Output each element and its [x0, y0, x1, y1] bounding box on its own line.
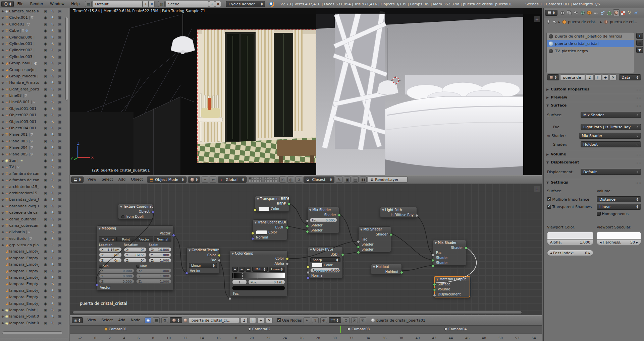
mapping-min-field[interactable]: Y:0.000 — [99, 274, 134, 278]
expand-icon[interactable]: ⊕ — [1, 309, 4, 312]
visibility-eye-icon[interactable]: ◉ — [44, 79, 47, 86]
render-camera-icon[interactable]: ▣ — [58, 203, 61, 209]
render-camera-icon[interactable]: ▣ — [58, 27, 61, 34]
expand-icon[interactable]: ⊕ — [1, 100, 4, 104]
new-material-button[interactable]: + — [602, 74, 609, 80]
volume-sampling-select[interactable]: Distance▲▼ — [597, 196, 641, 202]
expand-icon[interactable]: ⊕ — [1, 153, 4, 156]
node-texture-coordinate[interactable]: ▼Texture Coordinate Object From Dupli — [118, 204, 153, 219]
outliner-row[interactable]: ⊕Camera_mesa re| ◉ ↖ ▣ — [0, 8, 69, 14]
selectability-cursor-icon[interactable]: ↖ — [51, 216, 54, 222]
outliner-row[interactable]: ⊕grp_vista en plant| ◉ ↖ ▣ — [0, 242, 69, 248]
mapping-location-field[interactable]: Y:0m — [99, 253, 122, 257]
layers-grid-2[interactable] — [264, 177, 277, 182]
visibility-eye-icon[interactable]: ◉ — [44, 229, 47, 235]
selectability-cursor-icon[interactable]: ↖ — [51, 47, 54, 53]
selectability-cursor-icon[interactable]: ↖ — [51, 14, 54, 21]
expand-icon[interactable]: ⊕ — [1, 16, 4, 19]
selectability-cursor-icon[interactable]: ↖ — [51, 79, 54, 86]
alpha-slider[interactable]: Alpha:1.000 — [547, 239, 593, 245]
visibility-eye-icon[interactable]: ◉ — [44, 131, 47, 138]
visibility-eye-icon[interactable]: ◉ — [44, 287, 47, 294]
render-camera-icon[interactable]: ▣ — [58, 21, 61, 27]
opengl-render-icon[interactable]: ▣ — [344, 177, 351, 183]
outliner-row[interactable]: ⊕Cylinder.000| ◉ ↖ ▣ — [0, 34, 69, 41]
visibility-eye-icon[interactable]: ◉ — [44, 190, 47, 196]
expand-icon[interactable]: ⊕ — [1, 120, 4, 124]
selectability-cursor-icon[interactable]: ↖ — [51, 67, 54, 73]
render-camera-icon[interactable]: ▣ — [58, 8, 61, 14]
expand-icon[interactable]: ⊕ — [1, 94, 4, 97]
editor-type-button[interactable]: ⓘ▲▼ — [1, 1, 14, 7]
outliner-vertical-scrollbar[interactable] — [65, 17, 68, 100]
new-material-button[interactable]: + — [258, 317, 264, 323]
outliner-row[interactable]: ⊕Object004.001| ◉ ↖ ▣ — [0, 125, 69, 131]
expand-icon[interactable]: ⊕ — [1, 237, 4, 241]
selectability-cursor-icon[interactable]: ↖ — [51, 235, 54, 242]
node-editor[interactable]: ▼Texture Coordinate Object From Dupli ▼M… — [70, 184, 542, 315]
proportional-edit-icon[interactable]: ◎ — [287, 177, 294, 183]
mode-select[interactable]: ⬒Object Mode▲▼ — [147, 177, 186, 183]
expand-icon[interactable]: ⊕ — [1, 23, 4, 26]
remove-slot-button[interactable]: − — [636, 40, 643, 46]
shader-nodes-toggle[interactable]: ◉ — [145, 317, 151, 323]
transparent-shadows-checkbox[interactable] — [547, 205, 551, 209]
mapping-tab[interactable]: Vector — [136, 236, 153, 242]
render-camera-icon[interactable]: ▣ — [58, 209, 61, 216]
glossy-distribution-select[interactable]: Sharp▲▼ — [310, 257, 340, 262]
mapping-tab[interactable]: Point — [117, 236, 135, 242]
marker-diamond-icon[interactable] — [347, 327, 351, 331]
fake-user-button[interactable]: F — [594, 74, 601, 80]
render-camera-icon[interactable]: ▣ — [58, 157, 61, 164]
timeline-marker[interactable]: Camara04 — [444, 327, 467, 331]
render-camera-icon[interactable]: ▣ — [58, 184, 61, 190]
selectability-cursor-icon[interactable]: ↖ — [51, 119, 54, 125]
color-ramp-gradient[interactable] — [232, 273, 285, 278]
mapping-rotation-field[interactable]: X:0° — [124, 247, 147, 252]
mapping-min-field[interactable]: X:0.000 — [99, 268, 134, 273]
expand-icon[interactable]: ⊕ — [1, 36, 4, 39]
selectability-cursor-icon[interactable]: ↖ — [51, 60, 54, 66]
outliner-row[interactable]: ⊕TV| ◉ ↖ ▣ — [0, 164, 69, 170]
mapping-tab[interactable]: Texture — [99, 236, 117, 242]
hardness-slider[interactable]: ◂ Hardness:50 ▸ — [597, 239, 641, 245]
render-camera-icon[interactable]: ▣ — [58, 14, 61, 21]
outliner-row[interactable]: ⊕lampara_Empty_a| ◉ ↖ ▣ — [0, 281, 69, 287]
fake-user-button[interactable]: F — [249, 317, 256, 323]
viewport-specular-swatch[interactable] — [597, 232, 641, 239]
render-camera-icon[interactable]: ▣ — [58, 190, 61, 196]
expand-icon[interactable]: ⊕ — [1, 244, 4, 247]
ramp-active-stop[interactable] — [243, 273, 243, 279]
multiple-importance-checkbox[interactable] — [547, 197, 551, 201]
visibility-eye-icon[interactable]: ◉ — [44, 313, 47, 320]
menu-item[interactable]: Render — [27, 0, 47, 8]
visibility-eye-icon[interactable]: ◉ — [44, 54, 47, 60]
visibility-eye-icon[interactable]: ◉ — [44, 112, 47, 118]
selectability-cursor-icon[interactable]: ↖ — [51, 242, 54, 248]
ramp-remove-stop-button[interactable]: − — [239, 267, 245, 272]
selectability-cursor-icon[interactable]: ↖ — [51, 177, 54, 183]
menu-item[interactable]: View — [85, 175, 99, 184]
expand-icon[interactable]: ⊕ — [1, 192, 4, 195]
surface-shader-select[interactable]: Mix Shader — [581, 112, 641, 118]
add-scene-button[interactable]: + — [209, 1, 215, 7]
tab-world[interactable] — [580, 9, 586, 16]
use-nodes-checkbox[interactable] — [277, 318, 281, 322]
expand-icon[interactable]: ⊕ — [1, 322, 4, 325]
fac-input-select[interactable]: Light Path | Is Diffuse Ray — [581, 124, 641, 130]
selectability-cursor-icon[interactable]: ↖ — [51, 184, 54, 190]
ramp-flip-button[interactable]: ↔ — [246, 267, 251, 272]
panel-preview[interactable]: ▶Preview:::: — [544, 94, 644, 100]
visibility-eye-icon[interactable]: ◉ — [44, 106, 47, 112]
outliner-row[interactable]: ⊕lampara_Empty_a| ◉ ↖ ▣ — [0, 287, 69, 294]
3d-viewport[interactable]: Z X Y Time:01:15.84 | Mem:620.64M, Peak:… — [70, 8, 542, 175]
selectability-cursor-icon[interactable]: ↖ — [51, 34, 54, 41]
panel-custom-properties[interactable]: ▶Custom Properties:::: — [544, 86, 644, 92]
mapping-rotation-field[interactable]: Z:0° — [124, 258, 147, 263]
outliner-row[interactable]: ⊕Group_maceta| ◉ ↖ ▣ — [0, 73, 69, 79]
render-camera-icon[interactable]: ▣ — [58, 268, 61, 274]
mapping-tab[interactable]: Normal — [154, 236, 171, 242]
expand-icon[interactable]: ⊕ — [1, 29, 4, 32]
visibility-eye-icon[interactable]: ◉ — [44, 8, 47, 14]
volume-interpolation-select[interactable]: Linear▲▼ — [597, 204, 641, 210]
